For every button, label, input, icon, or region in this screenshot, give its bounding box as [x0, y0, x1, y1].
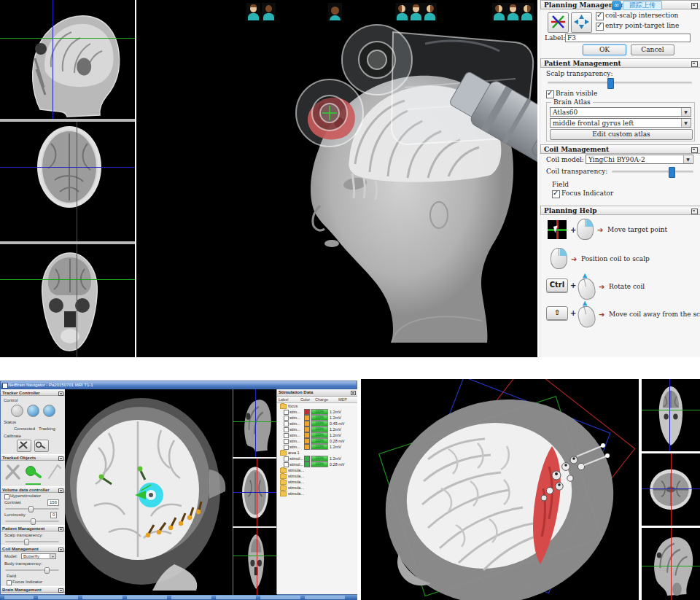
slider-thumb[interactable] — [607, 78, 614, 89]
luminosity-value[interactable]: 0 — [50, 512, 57, 518]
folder-row[interactable]: stimula... — [277, 473, 357, 479]
col-charge[interactable]: Charge — [315, 397, 338, 402]
folder-row[interactable]: stimula... — [277, 485, 357, 491]
tracker-camera-button[interactable] — [43, 405, 55, 417]
luminosity-slider[interactable] — [5, 521, 59, 522]
coil-transparency-slider[interactable] — [612, 171, 693, 173]
edit-custom-atlas-button[interactable]: Edit custom atlas — [550, 129, 693, 140]
windows-taskbar[interactable] — [0, 595, 357, 600]
table-row[interactable]: stimul...100%1.2mV — [277, 456, 357, 461]
tracking-upload-button[interactable]: 跟踪上传 — [623, 1, 662, 10]
dock-pin-icon[interactable] — [691, 209, 698, 214]
row-checkbox[interactable] — [284, 410, 289, 415]
coil-management-header[interactable]: Coil Management — [540, 144, 700, 154]
view-front-button[interactable] — [246, 3, 260, 20]
taskbar-button[interactable] — [216, 596, 256, 599]
row-checkbox[interactable] — [284, 427, 289, 432]
view-top-button[interactable] — [328, 3, 342, 20]
scalp-transparency-small-slider[interactable] — [5, 541, 59, 542]
view-oblique-right-button[interactable] — [520, 3, 534, 20]
navigator-slice-coronal[interactable] — [233, 528, 277, 596]
dock-pin-icon[interactable] — [691, 147, 698, 153]
row-checkbox[interactable] — [284, 462, 289, 467]
main-3d-view[interactable] — [136, 0, 537, 357]
tracker-info-button[interactable] — [27, 405, 39, 417]
cancel-button[interactable]: Cancel — [631, 44, 674, 55]
row-checkbox[interactable] — [284, 421, 289, 426]
slice-axial-view[interactable] — [0, 122, 135, 241]
tool-coil-selected[interactable] — [24, 462, 42, 483]
taskbar-button[interactable] — [260, 596, 300, 599]
taskbar-button[interactable] — [127, 596, 167, 599]
hyperstimulator-checkbox[interactable] — [4, 494, 9, 499]
table-row[interactable]: stim...100%1.2mV — [277, 432, 357, 438]
table-row[interactable]: stim...100%0.28 mV — [277, 438, 357, 444]
review-slice-axial[interactable] — [642, 453, 700, 526]
view-right-button[interactable] — [423, 3, 437, 20]
table-row[interactable]: stim...100%1.2mV — [277, 409, 357, 415]
tool-pointer[interactable] — [4, 462, 22, 483]
review-slice-sagittal[interactable] — [642, 528, 700, 600]
taskbar-button[interactable] — [4, 596, 34, 599]
upload-icon[interactable]: ∞ — [612, 1, 621, 10]
navigator-3d-view[interactable] — [65, 389, 233, 596]
scalp-transparency-slider[interactable] — [548, 82, 692, 84]
table-row[interactable]: stim...100%1.2mV — [277, 415, 357, 421]
group-row[interactable]: area 1 — [277, 450, 357, 456]
gyrus-dropdown[interactable]: middle frontal gyrus left ▼ — [550, 118, 691, 128]
slider-thumb[interactable] — [669, 167, 675, 178]
tracker-controller-header[interactable]: Tracker Controller — [1, 389, 65, 396]
tracked-objects-header[interactable]: Tracked Objects — [1, 454, 65, 461]
slice-coronal-view[interactable] — [0, 244, 135, 357]
col-color[interactable]: Color — [300, 397, 315, 402]
atlas-dropdown[interactable]: Atlas60 ▼ — [550, 107, 691, 117]
axes-tool-button[interactable] — [548, 12, 569, 33]
pin-icon[interactable] — [58, 588, 63, 593]
entry-point-line-checkbox[interactable]: ✓ — [596, 23, 604, 31]
review-3d-view[interactable] — [361, 379, 639, 600]
folder-row[interactable]: stimula... — [277, 479, 357, 485]
brain-management-header[interactable]: Brain Management — [1, 586, 65, 593]
move-tool-button[interactable] — [571, 12, 592, 33]
view-back-button[interactable] — [262, 3, 276, 20]
pin-icon[interactable] — [351, 391, 356, 395]
table-row[interactable]: stim...100%1.2mV — [277, 444, 357, 450]
view-left-button[interactable] — [395, 3, 409, 20]
col-label[interactable]: Label — [277, 397, 300, 402]
folder-row[interactable]: stimula... — [277, 491, 357, 496]
pin-icon[interactable] — [58, 391, 63, 396]
row-checkbox[interactable] — [284, 445, 289, 450]
col-mep[interactable]: MEP — [338, 397, 353, 402]
dock-pin-icon[interactable] — [691, 3, 698, 9]
navigator-slice-axial[interactable] — [233, 459, 277, 526]
pin-icon[interactable] — [58, 527, 63, 531]
ok-button[interactable]: OK — [583, 44, 626, 55]
coil-model-dropdown[interactable]: YingChi BY90A-2 ▼ — [586, 155, 693, 164]
patient-management-small-header[interactable]: Patient Management — [1, 525, 65, 531]
group-row[interactable]: focus — [277, 403, 357, 409]
tool-probe[interactable] — [44, 462, 63, 483]
table-row[interactable]: stim...100%1.2mV — [277, 426, 357, 432]
coil-model-small-dropdown[interactable]: Butterfly▾ — [21, 553, 56, 559]
table-row[interactable]: stim...100%0.45 mV — [277, 421, 357, 426]
focus-indicator-checkbox[interactable]: ✓ — [552, 190, 560, 198]
view-oblique-left-button[interactable] — [492, 3, 506, 20]
review-slice-coronal[interactable] — [642, 379, 700, 451]
label-input[interactable]: F3 — [565, 34, 691, 42]
contrast-value[interactable]: 156 — [47, 499, 59, 506]
pin-icon[interactable] — [58, 548, 63, 552]
volume-controller-header[interactable]: Volume data controller — [1, 486, 65, 493]
body-transparency-slider[interactable] — [5, 569, 59, 571]
stimulation-data-title[interactable]: Stimulation Data — [277, 389, 357, 397]
brain-visible-checkbox[interactable]: ✓ — [546, 90, 554, 98]
table-row[interactable]: stimul...100%0.28 mV — [277, 461, 357, 467]
window-titlebar[interactable]: NetBrain Navigator - Pa20150701 MRI T1-1 — [1, 381, 357, 389]
row-checkbox[interactable] — [284, 416, 289, 421]
taskbar-button[interactable] — [82, 596, 122, 599]
patient-management-header[interactable]: Patient Management — [540, 58, 700, 68]
folder-row[interactable]: stimula... — [277, 467, 357, 473]
planning-help-header[interactable]: Planning Help — [540, 206, 700, 215]
contrast-slider[interactable] — [5, 508, 59, 510]
calibrate-coil-button[interactable] — [34, 440, 49, 452]
slice-sagittal-view[interactable] — [0, 0, 135, 119]
